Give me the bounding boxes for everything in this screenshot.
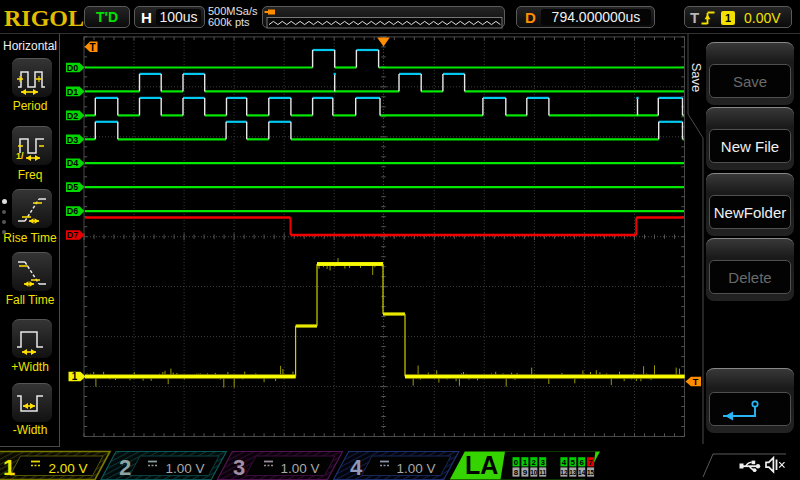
svg-text:T: T (89, 42, 95, 53)
svg-text:10: 10 (530, 469, 538, 476)
svg-text:2: 2 (532, 458, 537, 467)
svg-text:1/: 1/ (16, 151, 24, 161)
svg-text:1.00 V: 1.00 V (280, 461, 319, 476)
svg-text:LA: LA (465, 451, 498, 479)
svg-text:9: 9 (523, 468, 528, 477)
svg-text:15: 15 (587, 469, 595, 476)
svg-text:1.00 V: 1.00 V (396, 461, 435, 476)
svg-text:7: 7 (588, 458, 593, 467)
svg-text:2: 2 (119, 455, 131, 480)
svg-text:3: 3 (540, 458, 545, 467)
svg-text:D6: D6 (67, 206, 79, 216)
svg-text:D4: D4 (67, 158, 79, 168)
svg-text:12: 12 (560, 469, 568, 476)
svg-text:8: 8 (514, 468, 519, 477)
svg-text:1: 1 (523, 458, 528, 467)
svg-text:0: 0 (514, 458, 519, 467)
svg-text:D1: D1 (67, 87, 79, 97)
svg-text:D3: D3 (67, 135, 79, 145)
svg-text:4: 4 (350, 455, 363, 480)
svg-text:14: 14 (578, 469, 586, 476)
svg-text:13: 13 (569, 469, 577, 476)
svg-text:1: 1 (3, 455, 15, 480)
svg-text:1.00 V: 1.00 V (165, 461, 204, 476)
svg-text:11: 11 (539, 469, 546, 476)
svg-text:2.00 V: 2.00 V (48, 461, 87, 476)
svg-text:D5: D5 (67, 182, 79, 192)
svg-text:D7: D7 (67, 230, 79, 240)
svg-text:D0: D0 (67, 63, 79, 73)
svg-text:3: 3 (233, 455, 245, 480)
svg-text:4: 4 (562, 458, 567, 467)
svg-text:5: 5 (571, 458, 576, 467)
svg-text:1: 1 (72, 371, 78, 382)
svg-text:D2: D2 (67, 111, 79, 121)
svg-text:6: 6 (579, 458, 584, 467)
